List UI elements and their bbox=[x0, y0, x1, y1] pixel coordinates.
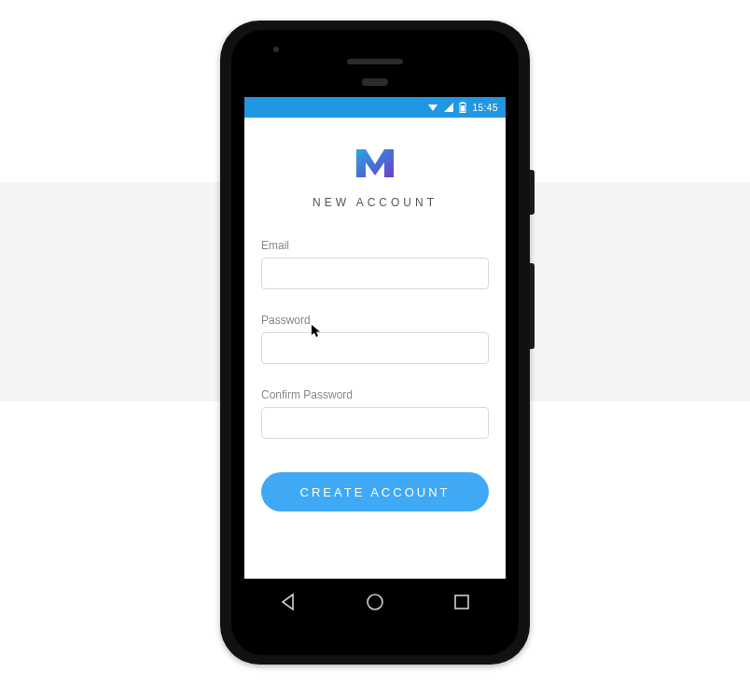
signal-icon bbox=[444, 103, 453, 112]
wifi-icon bbox=[427, 103, 438, 112]
app-logo-icon bbox=[353, 144, 397, 185]
create-account-button[interactable]: CREATE ACCOUNT bbox=[261, 472, 489, 511]
confirm-password-field-group: Confirm Password bbox=[261, 388, 489, 439]
nav-back-icon[interactable] bbox=[278, 592, 299, 616]
signup-form: Email Password Confirm Password CREATE A… bbox=[261, 239, 489, 511]
page-subtitle: NEW ACCOUNT bbox=[261, 196, 489, 209]
phone-frame: 15:45 bbox=[220, 21, 530, 665]
phone-camera-dot bbox=[273, 47, 279, 52]
screen: 15:45 bbox=[244, 97, 506, 579]
phone-speaker bbox=[347, 59, 403, 64]
email-field-group: Email bbox=[261, 239, 489, 289]
confirm-password-label: Confirm Password bbox=[261, 388, 489, 401]
battery-icon bbox=[459, 102, 466, 113]
phone-side-button bbox=[530, 170, 535, 215]
phone-bezel: 15:45 bbox=[231, 30, 519, 655]
svg-rect-2 bbox=[462, 102, 465, 104]
nav-recent-icon[interactable] bbox=[451, 592, 472, 616]
password-label: Password bbox=[261, 314, 489, 327]
password-input[interactable] bbox=[261, 332, 489, 364]
confirm-password-input[interactable] bbox=[261, 407, 489, 439]
svg-rect-4 bbox=[455, 595, 468, 609]
phone-side-button bbox=[530, 263, 535, 349]
svg-rect-1 bbox=[461, 105, 465, 112]
logo-wrap bbox=[261, 144, 489, 185]
email-input[interactable] bbox=[261, 258, 489, 289]
password-field-group: Password bbox=[261, 314, 489, 364]
status-bar: 15:45 bbox=[244, 97, 506, 118]
svg-point-3 bbox=[368, 595, 382, 609]
nav-home-icon[interactable] bbox=[365, 592, 385, 616]
android-nav-bar bbox=[244, 579, 506, 629]
status-time: 15:45 bbox=[472, 103, 498, 113]
email-label: Email bbox=[261, 239, 489, 252]
phone-sensor-pill bbox=[362, 78, 388, 86]
app-content: NEW ACCOUNT Email Password Confirm Passw… bbox=[244, 118, 506, 579]
